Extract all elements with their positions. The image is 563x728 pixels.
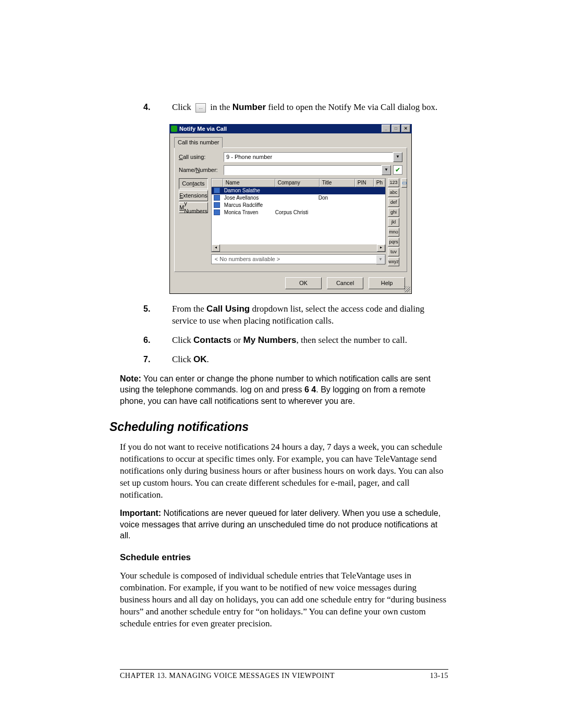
section-heading: Scheduling notifications — [109, 419, 448, 435]
cell: Corpus Christi — [273, 209, 316, 216]
body-text: If you do not want to receive notificati… — [120, 441, 448, 501]
cell: Monica Traven — [222, 209, 273, 216]
cancel-button[interactable]: Cancel — [327, 277, 363, 289]
step-6: 6. Click Contacts or My Numbers, then se… — [120, 335, 448, 347]
minimize-button[interactable]: _ — [382, 125, 390, 132]
step-4: 4. Click ... in the Number field to open… — [120, 102, 448, 114]
scroll-left-icon[interactable]: ◂ — [212, 244, 220, 252]
resize-grip-icon[interactable] — [404, 286, 410, 292]
step-number: 4. — [120, 102, 172, 114]
chevron-down-icon[interactable]: ▼ — [393, 152, 402, 162]
step-text: Click OK. — [172, 354, 448, 366]
col-pin[interactable]: PIN — [355, 179, 374, 187]
help-button[interactable]: Help — [369, 277, 405, 289]
step-number: 6. — [120, 335, 172, 347]
keypad-key[interactable]: wxyz — [388, 257, 399, 266]
step-number: 7. — [120, 354, 172, 366]
text: From the — [172, 304, 204, 314]
close-button[interactable]: ✕ — [401, 125, 410, 132]
keypad-key[interactable]: abc — [388, 188, 399, 197]
text: Call Using — [206, 304, 250, 314]
text: in the — [210, 102, 230, 112]
col-company[interactable]: Company — [275, 179, 320, 187]
chevron-down-icon[interactable]: ▼ — [376, 255, 385, 265]
dropdown-value: < No numbers available > — [212, 255, 283, 263]
text: Notifications are never queued for later… — [120, 509, 440, 540]
contact-icon — [214, 188, 220, 193]
page-number: 13-15 — [430, 671, 448, 681]
keypad-key[interactable]: pqrs — [388, 238, 399, 246]
text: or — [234, 335, 241, 345]
text: My Numbers — [243, 335, 297, 345]
contact-icon — [214, 209, 220, 215]
text: , then select the number to call. — [297, 335, 407, 345]
keypad-key[interactable]: jkl — [388, 218, 399, 227]
cell: Jose Avellanos — [222, 194, 273, 202]
chevron-down-icon[interactable]: ▼ — [382, 165, 391, 175]
ok-button[interactable]: OK — [285, 277, 322, 289]
cell: Marcus Radcliffe — [222, 202, 273, 209]
text: 6 4 — [304, 385, 316, 394]
step-text: From the Call Using dropdown list, selec… — [172, 303, 448, 327]
text: field to open the Notify Me via Call dia… — [268, 102, 437, 112]
table-row[interactable]: Marcus Radcliffe — [212, 202, 385, 209]
keypad-key[interactable]: ghi — [388, 208, 399, 217]
step-text: Click ... in the Number field to open th… — [172, 102, 448, 114]
text: Number — [232, 102, 266, 112]
text: Click — [172, 354, 191, 364]
step-7: 7. Click OK. — [120, 354, 448, 366]
contacts-grid[interactable]: Name Company Title PIN Ph Damon Salathe — [211, 178, 386, 252]
keypad: 123 abc def ghi jkl mno pqrs tuv wxyz — [388, 178, 399, 267]
text: OK — [193, 354, 207, 364]
tab-my-numbers[interactable]: My NumbersMy Numbers — [179, 202, 208, 213]
table-row[interactable]: Monica Traven Corpus Christi — [212, 209, 385, 216]
tab-contacts[interactable]: ContactsContacts — [179, 178, 208, 189]
maximize-button[interactable]: □ — [391, 125, 400, 132]
text: Contacts — [193, 335, 231, 345]
footer-rule — [120, 669, 448, 670]
col-ph[interactable]: Ph — [374, 179, 385, 187]
titlebar: Notify Me via Call _ □ ✕ — [169, 124, 412, 133]
app-icon — [171, 126, 177, 132]
browse-button-icon: ... — [195, 103, 206, 113]
body-text: Your schedule is composed of individual … — [120, 570, 448, 630]
contact-icon — [214, 202, 220, 208]
table-row[interactable]: Damon Salathe — [212, 187, 385, 194]
scroll-right-icon[interactable]: ▸ — [377, 244, 385, 252]
sub-heading: Schedule entries — [120, 552, 448, 564]
step-text: Click Contacts or My Numbers, then selec… — [172, 335, 448, 347]
cell: Don — [316, 194, 351, 202]
important-block: Important: Notifications are never queue… — [120, 508, 448, 541]
card-icon[interactable]: ▭ — [401, 178, 407, 188]
step-number: 5. — [120, 303, 172, 327]
label-call-using: CCall using:all using: — [179, 153, 224, 161]
notify-me-dialog: Notify Me via Call _ □ ✕ Call this numbe… — [169, 124, 412, 294]
table-row[interactable]: Jose Avellanos Don — [212, 194, 385, 202]
col-title[interactable]: Title — [320, 179, 355, 187]
col-name[interactable]: Name — [223, 179, 275, 187]
keypad-key[interactable]: tuv — [388, 248, 399, 256]
page-footer: CHAPTER 13. MANAGING VOICE MESSAGES IN V… — [120, 671, 448, 681]
tab-panel: CCall using:all using: 9 - Phone number … — [174, 147, 407, 272]
label-name-number: Name/Number:Name/Number: — [179, 166, 224, 174]
dropdown-value: 9 - Phone number — [226, 153, 272, 161]
keypad-key[interactable]: def — [388, 198, 399, 207]
tab-call-this-number[interactable]: Call this number — [174, 137, 223, 148]
number-dropdown[interactable]: < No numbers available > ▼ — [211, 254, 386, 264]
keypad-key[interactable]: mno — [388, 228, 399, 237]
text: Click — [172, 335, 191, 345]
note-block: Note: You can enter or change the phone … — [120, 373, 448, 407]
title-text: Notify Me via Call — [179, 125, 227, 133]
keypad-key[interactable]: 123 — [388, 178, 399, 187]
contact-icon — [214, 195, 220, 201]
footer-left: CHAPTER 13. MANAGING VOICE MESSAGES IN V… — [120, 671, 335, 681]
important-label: Important: — [120, 509, 161, 517]
note-label: Note: — [120, 374, 141, 383]
step-5: 5. From the Call Using dropdown list, se… — [120, 303, 448, 327]
text: . — [207, 354, 209, 364]
check-icon[interactable]: ✔ — [393, 165, 402, 175]
call-using-dropdown[interactable]: 9 - Phone number — [224, 152, 393, 162]
name-number-input[interactable] — [224, 165, 382, 175]
grid-header: Name Company Title PIN Ph — [212, 179, 385, 187]
text: Click — [172, 102, 191, 112]
